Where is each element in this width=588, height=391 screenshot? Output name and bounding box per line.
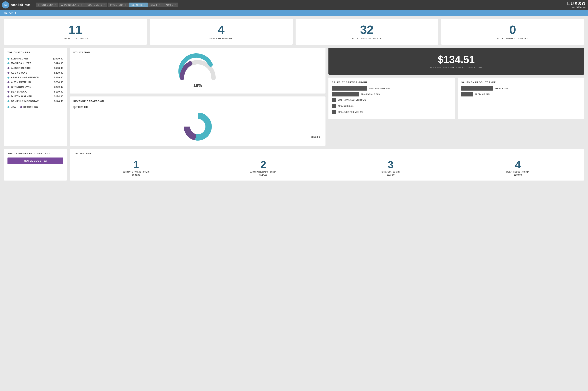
svg-point-2 xyxy=(190,119,205,134)
customer-name: BRANDON EVAN xyxy=(11,86,31,88)
product-bar-label: PRODUCT 21% xyxy=(475,93,490,96)
summary-cards: 11 TOTAL CUSTOMERS 4 NEW CUSTOMERS 32 TO… xyxy=(4,19,584,45)
total-customers-card: 11 TOTAL CUSTOMERS xyxy=(4,19,147,45)
customer-amount: $279.00 xyxy=(54,76,63,79)
service-bar xyxy=(332,104,336,108)
customer-type-dot xyxy=(7,86,9,88)
customer-row: ELEN FLORES $1029.00 xyxy=(7,56,63,61)
new-customers-label: NEW CUSTOMERS xyxy=(154,37,289,40)
appointments-guest-type-panel: APPOINTMENTS BY GUEST TYPE HOTEL GUEST 3… xyxy=(4,149,67,181)
avg-revenue-card: $134.51 AVERAGE REVENUE PER BOOKED HOURS xyxy=(329,48,584,75)
nav-item-customers[interactable]: CUSTOMERS▼ xyxy=(85,2,107,7)
nav-item-appointments[interactable]: APPOINTMENTS▼ xyxy=(59,2,84,7)
customer-name: ASHLEY WASHINGTON xyxy=(11,76,39,79)
donut-container: $860.00 xyxy=(73,111,322,142)
logo-text: book4time xyxy=(11,3,30,7)
customer-row: BEA BIANCA $199.00 xyxy=(7,89,63,94)
top-customers-panel: TOP CUSTOMERS ELEN FLORES $1029.00 MANAD… xyxy=(4,48,67,146)
middle-column: UTILIZATION 18% REVENUE BREAKDOWN xyxy=(70,48,326,146)
customer-amount: $254.00 xyxy=(54,81,63,84)
gauge-chart xyxy=(178,58,217,82)
new-dot-icon xyxy=(7,106,9,108)
logo: b4t book4time xyxy=(2,1,30,8)
customer-row: ABBY EVANS $279.00 xyxy=(7,71,63,75)
avg-revenue-amount: $134.51 xyxy=(332,54,580,65)
returning-dot-icon xyxy=(20,106,22,108)
total-customers-number: 11 xyxy=(8,24,143,36)
customer-name: BEA BIANCA xyxy=(11,90,27,93)
avg-revenue-label: AVERAGE REVENUE PER BOOKED HOURS xyxy=(332,67,580,69)
service-bar-label: SPA- MASSAGE 50% xyxy=(369,88,390,90)
total-appointments-card: 32 TOTAL APPOINTMENTS xyxy=(296,19,438,45)
customer-name: ALVIN MEMPHIN xyxy=(11,81,31,84)
product-bar-row: SERVICE 79% xyxy=(461,86,581,91)
new-customers-card: 4 NEW CUSTOMERS xyxy=(150,19,293,45)
customer-amount: $174.00 xyxy=(54,95,63,98)
service-bar xyxy=(332,110,336,114)
customer-amount: $250.00 xyxy=(54,86,63,88)
customer-type-dot xyxy=(7,96,9,98)
customer-type-dot xyxy=(7,72,9,74)
donut-chart xyxy=(178,111,217,142)
utilization-title: UTILIZATION xyxy=(73,51,322,54)
seller-name: DEEP TISSUE - 90 MIN xyxy=(456,171,580,173)
customer-name: DUSTIN WALKER xyxy=(11,95,32,98)
total-booked-number: 0 xyxy=(445,24,580,36)
seller-amount: $533.00 xyxy=(74,174,198,176)
seller-amount: $373.00 xyxy=(329,174,452,176)
service-bar-row: SPA- MASSAGE 50% xyxy=(332,86,451,91)
nav-menu: FRONT DESK▼APPOINTMENTS▼CUSTOMERS▼INVENT… xyxy=(36,2,567,7)
product-bar xyxy=(461,92,473,97)
customer-type-dot xyxy=(7,81,9,83)
dashboard-row: TOP CUSTOMERS ELEN FLORES $1029.00 MANAD… xyxy=(4,48,584,146)
customer-type-dot xyxy=(7,67,9,69)
legend: NEW RETURNING xyxy=(7,106,63,108)
customer-type-dot xyxy=(7,62,9,64)
customer-row: MANADA NUZEZ $698.00 xyxy=(7,61,63,66)
service-bar-row: SPA- JUST FOR MEN 4% xyxy=(332,110,451,114)
chevron-down-icon: ▼ xyxy=(81,4,82,6)
bottom-row: APPOINTMENTS BY GUEST TYPE HOTEL GUEST 3… xyxy=(4,149,584,181)
customer-name: ALISON BLAIRE xyxy=(11,67,31,70)
nav-item-staff[interactable]: STAFF▼ xyxy=(148,2,163,7)
service-bar-row: SPA- FACIALS 38% xyxy=(332,92,451,97)
customer-row: ALISON BLAIRE $638.00 xyxy=(7,66,63,71)
customer-row: BRANDON EVAN $250.00 xyxy=(7,85,63,89)
nav-item-reports[interactable]: REPORTS▼ xyxy=(129,2,148,7)
sales-product-type-title: SALES BY PRODUCT TYPE xyxy=(461,81,581,84)
legend-returning: RETURNING xyxy=(20,106,38,108)
gauge-percent: 18% xyxy=(193,83,202,88)
new-customers-number: 4 xyxy=(154,24,289,36)
customer-type-dot xyxy=(7,91,9,93)
nav-item-admin[interactable]: ADMIN▼ xyxy=(163,2,178,7)
seller-name: ULTIMATE FACIAL - 90MIN xyxy=(74,171,198,173)
chevron-down-icon: ▼ xyxy=(55,4,56,6)
revenue-breakdown-title: REVENUE BREAKDOWN xyxy=(73,100,322,102)
sales-product-type-panel: SALES BY PRODUCT TYPE SERVICE 79% PRODUC… xyxy=(458,78,584,119)
right-column: $134.51 AVERAGE REVENUE PER BOOKED HOURS… xyxy=(329,48,584,146)
product-bar-row: PRODUCT 21% xyxy=(461,92,581,97)
chevron-down-icon: ▼ xyxy=(103,4,105,6)
service-bar-label: WELLNESS SIGNATURE 4% xyxy=(338,99,366,101)
nav-item-inventory[interactable]: INVENTORY▼ xyxy=(108,2,129,7)
seller-amount: $289.00 xyxy=(456,174,580,176)
nav-item-front-desk[interactable]: FRONT DESK▼ xyxy=(36,2,58,7)
revenue-amount: $3105.00 xyxy=(73,105,322,109)
customer-amount: $1029.00 xyxy=(53,57,63,60)
total-booked-label: TOTAL BOOKED ONLINE xyxy=(445,37,580,40)
chevron-down-icon: ▼ xyxy=(125,4,126,6)
customer-row: DUSTIN WALKER $174.00 xyxy=(7,94,63,99)
sales-row: SALES BY SERVICE GROUP SPA- MASSAGE 50% … xyxy=(329,78,584,119)
customer-name: ABBY EVANS xyxy=(11,72,27,74)
customers-list: ELEN FLORES $1029.00 MANADA NUZEZ $698.0… xyxy=(7,56,63,103)
customer-name: ELEN FLORES xyxy=(11,57,29,60)
sales-service-group-title: SALES BY SERVICE GROUP xyxy=(332,81,451,84)
service-bar xyxy=(332,86,367,91)
appointments-guest-type-title: APPOINTMENTS BY GUEST TYPE xyxy=(7,152,63,155)
top-navigation: b4t book4time FRONT DESK▼APPOINTMENTS▼CU… xyxy=(0,0,588,10)
seller-rank: 3 xyxy=(329,160,452,170)
total-booked-card: 0 TOTAL BOOKED ONLINE xyxy=(441,19,584,45)
revenue-secondary-amount: $860.00 xyxy=(311,135,320,138)
chevron-down-icon: ▼ xyxy=(144,4,145,6)
customer-amount: $638.00 xyxy=(54,67,63,70)
